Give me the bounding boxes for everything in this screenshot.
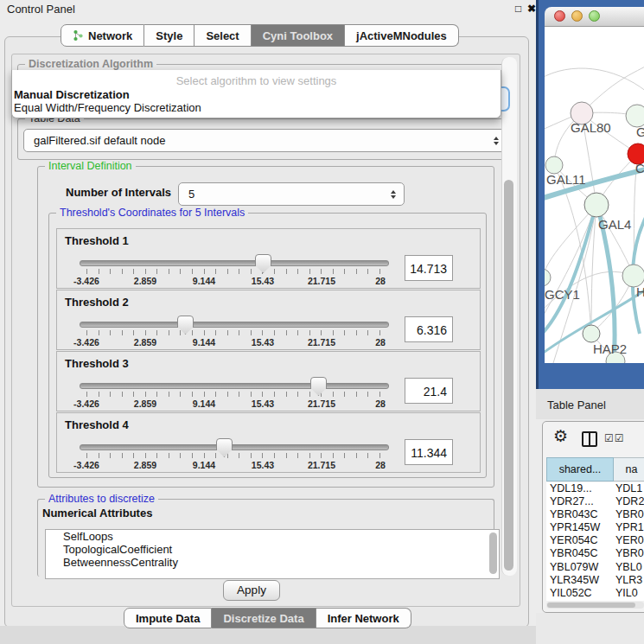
tab-cyni-toolbox[interactable]: Cyni Toolbox: [252, 24, 345, 47]
control-panel-titlebar: Control Panel □ ✖: [0, 0, 536, 19]
close-traffic-light[interactable]: [554, 10, 565, 22]
gear-icon[interactable]: ⚙: [553, 427, 568, 446]
table-hscrollbar-thumb[interactable]: [547, 603, 635, 608]
table-panel: ⚙ ☑☑ shared... na YDL19...YDL1 YDR27...Y…: [542, 421, 644, 613]
num-intervals-value: 5: [179, 188, 391, 201]
network-window-frame-edge: [536, 0, 539, 389]
table-row[interactable]: YPR145WYPR1: [546, 521, 644, 534]
slider-ticks: [86, 269, 380, 274]
slider-track: [80, 444, 389, 450]
slider-track: [80, 383, 389, 389]
node-label: H: [636, 284, 644, 299]
cyni-bottom-tabs: Impute Data Discretize Data Infer Networ…: [124, 608, 411, 628]
table-body[interactable]: YDL19...YDL1 YDR27...YDR2 YBR043CYBR0 YP…: [546, 482, 644, 601]
algorithm-dropdown-popup: Select algorithm to view settings Manual…: [11, 70, 501, 118]
table-row[interactable]: YDL19...YDL1: [546, 482, 644, 495]
algorithm-group-title: Discretization Algorithm: [25, 58, 156, 70]
algorithm-hint: Select algorithm to view settings: [12, 74, 501, 87]
interval-definition-title: Interval Definition: [45, 160, 136, 172]
threshold-2-row: Threshold 2 -3.426 2.859 9.144 15.43 21.…: [56, 290, 481, 350]
slider-track: [80, 322, 389, 328]
node-gal4[interactable]: [584, 193, 609, 217]
table-header-row: shared... na: [546, 457, 644, 481]
zoom-traffic-light[interactable]: [589, 10, 600, 22]
table-panel-background: [536, 613, 644, 644]
network-graph: GAL80 GA C GAL11 GAL4 GCY1 H HAP2: [545, 27, 644, 363]
slider-track: [80, 260, 389, 266]
popup-option-manual[interactable]: Manual Discretization: [14, 88, 130, 101]
float-window-icon[interactable]: □: [515, 3, 521, 15]
threshold-1-slider[interactable]: -3.426 2.859 9.144 15.43 21.715 28: [80, 253, 387, 286]
threshold-4-slider[interactable]: -3.426 2.859 9.144 15.43 21.715 28: [80, 437, 387, 470]
tab-impute-data[interactable]: Impute Data: [124, 608, 212, 628]
threshold-4-row: Threshold 4 -3.426 2.859 9.144 15.43 21.…: [56, 412, 481, 473]
threshold-4-value[interactable]: 11.344: [405, 439, 453, 465]
control-panel-tabs: Network Style Select Cyni Toolbox jActiv…: [61, 24, 459, 47]
tab-infer-network[interactable]: Infer Network: [316, 608, 411, 628]
application-window: Control Panel □ ✖ Network Style Select C…: [0, 0, 644, 644]
tab-network-label: Network: [88, 29, 132, 42]
threshold-2-slider[interactable]: -3.426 2.859 9.144 15.43 21.715 28: [80, 315, 387, 348]
tab-network[interactable]: Network: [61, 24, 144, 47]
network-canvas[interactable]: GAL80 GA C GAL11 GAL4 GCY1 H HAP2: [545, 27, 644, 363]
node-label: GAL80: [571, 120, 611, 135]
panel-scrollbar-thumb[interactable]: [504, 180, 513, 571]
attributes-group-title: Attributes to discretize: [45, 493, 158, 505]
threshold-2-value[interactable]: 6.316: [405, 316, 453, 342]
node-hap2[interactable]: [583, 325, 600, 342]
table-hscrollbar[interactable]: [546, 602, 644, 609]
interval-definition-group: Interval Definition Number of Intervals …: [37, 166, 494, 488]
list-scrollbar[interactable]: [489, 532, 497, 574]
tab-select[interactable]: Select: [194, 24, 251, 47]
threshold-3-slider[interactable]: -3.426 2.859 9.144 15.43 21.715 28: [80, 376, 387, 409]
threshold-1-value[interactable]: 14.713: [405, 255, 453, 281]
numerical-attributes-list[interactable]: SelfLoops TopologicalCoefficient Between…: [45, 529, 500, 579]
table-row[interactable]: YBL079WYBL0: [546, 561, 644, 574]
threshold-3-value[interactable]: 21.4: [405, 378, 453, 404]
table-data-group: Table Data galFiltered.sif default node: [17, 118, 513, 160]
table-row[interactable]: YBR045CYBR0: [546, 547, 644, 560]
close-icon[interactable]: ✖: [527, 3, 536, 15]
table-panel-titlebar: Table Panel: [536, 389, 644, 419]
columns-icon[interactable]: [582, 431, 597, 447]
popup-option-equal-width[interactable]: Equal Width/Frequency Discretization: [14, 101, 201, 114]
tab-jactivemnodules[interactable]: jActiveMNodules: [345, 24, 459, 47]
minimize-traffic-light[interactable]: [571, 10, 583, 22]
list-item[interactable]: BetweennessCentrality: [46, 556, 499, 569]
num-intervals-label: Number of Intervals: [66, 186, 171, 199]
tab-style[interactable]: Style: [144, 24, 194, 47]
network-icon: [73, 29, 84, 41]
node-gcy1[interactable]: [545, 269, 551, 286]
tab-discretize-data[interactable]: Discretize Data: [212, 608, 316, 628]
apply-button[interactable]: Apply: [223, 580, 280, 601]
node-label: HAP2: [593, 341, 627, 356]
table-data-combo[interactable]: galFiltered.sif default node: [23, 129, 507, 152]
column-header-shared-name[interactable]: shared...: [546, 457, 614, 481]
thresholds-group-title: Threshold's Coordinates for 5 Intervals: [56, 207, 248, 219]
network-window-titlebar[interactable]: [545, 7, 644, 27]
node-label: GAL11: [546, 172, 586, 187]
node-label: GA: [636, 124, 644, 139]
table-row[interactable]: YLR345WYLR3: [546, 574, 644, 587]
node-label: C: [635, 161, 644, 175]
table-data-combo-value: galFiltered.sif default node: [24, 134, 494, 147]
list-item[interactable]: SelfLoops: [46, 530, 499, 543]
node-gal11[interactable]: [545, 156, 563, 174]
table-row[interactable]: YDR27...YDR2: [546, 495, 644, 508]
node-label: GAL4: [598, 217, 631, 232]
table-row[interactable]: YER054CYER0: [546, 534, 644, 547]
column-header-name[interactable]: na: [614, 457, 644, 481]
numerical-attributes-label: Numerical Attributes: [42, 507, 152, 520]
list-item[interactable]: TopologicalCoefficient: [46, 543, 499, 556]
table-row[interactable]: YIL052CYIL0: [546, 587, 644, 600]
stepper-icon: [494, 137, 499, 145]
bottom-background: [0, 626, 536, 644]
num-intervals-combo[interactable]: 5: [178, 182, 405, 206]
thresholds-group: Threshold's Coordinates for 5 Intervals …: [48, 213, 487, 478]
panel-title: Control Panel: [7, 3, 75, 16]
select-columns-icon[interactable]: ☑☑: [604, 432, 625, 444]
threshold-3-row: Threshold 3 -3.426 2.859 9.144 15.43 21.…: [56, 351, 481, 411]
slider-ticks: [86, 453, 380, 458]
table-row[interactable]: YBR043CYBR0: [546, 508, 644, 521]
node-label: GCY1: [545, 287, 580, 302]
